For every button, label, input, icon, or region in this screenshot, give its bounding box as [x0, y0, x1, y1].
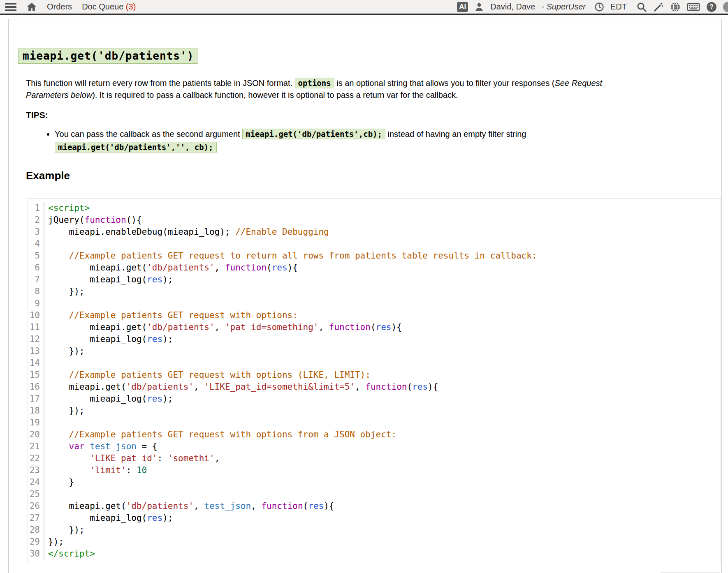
top-bar: Orders Doc Queue (3) AI David, Dave - Su…	[0, 0, 728, 15]
globe-icon[interactable]	[670, 2, 681, 12]
code-line: 13 });	[28, 345, 721, 357]
line-number: 20	[28, 429, 44, 441]
code-text: });	[44, 536, 64, 548]
user-icon	[474, 2, 484, 12]
tips-heading: TIPS:	[26, 110, 721, 120]
code-block: 1<script>2jQuery(function(){3 mieapi.ena…	[28, 198, 721, 565]
code-line: 9	[28, 298, 721, 310]
code-text: //Example patients GET request with opti…	[44, 369, 371, 381]
tips-list: You can pass the callback as the second …	[26, 127, 626, 154]
line-number: 28	[28, 524, 44, 536]
code-line: 4	[28, 238, 721, 250]
code-text: //Example patients GET request with opti…	[44, 310, 298, 321]
code-line: 30</script>	[28, 548, 721, 560]
code-line: 26 mieapi.get('db/patients', test_json, …	[28, 500, 721, 512]
code-text: 'LIKE_pat_id': 'somethi',	[44, 453, 220, 464]
wand-icon[interactable]	[653, 2, 664, 12]
code-text: }	[44, 476, 74, 488]
ai-badge[interactable]: AI	[457, 2, 468, 12]
code-text: //Example patients GET request with opti…	[44, 429, 396, 441]
edge-avatar-circle[interactable]	[723, 2, 728, 12]
code-line: 11 mieapi.get('db/patients', 'pat_id=som…	[28, 321, 721, 333]
line-number: 13	[28, 345, 44, 357]
line-number: 30	[28, 548, 44, 560]
line-number: 23	[28, 464, 44, 476]
line-number: 26	[28, 500, 44, 512]
line-number: 18	[28, 405, 44, 417]
timezone-label[interactable]: EDT	[610, 2, 627, 12]
line-number: 21	[28, 441, 44, 453]
inline-code: options	[295, 78, 334, 88]
code-line: 24 }	[28, 476, 721, 488]
code-text: 'limit': 10	[44, 464, 147, 476]
line-number: 14	[28, 357, 44, 369]
inline-code: mieapi.get('db/patients',cb);	[242, 129, 385, 139]
line-number: 24	[28, 476, 44, 488]
line-number: 7	[28, 274, 44, 286]
search-icon[interactable]	[636, 2, 647, 12]
nav-doc-queue[interactable]: Doc Queue (3)	[82, 2, 136, 12]
user-name[interactable]: David, Dave	[490, 2, 535, 12]
code-text: mieapi.get('db/patients', function(res){	[44, 262, 298, 274]
line-number: 25	[28, 488, 44, 500]
code-line: 7 mieapi_log(res);	[28, 274, 721, 286]
code-line: 25	[28, 488, 721, 500]
code-line: 1<script>	[28, 202, 721, 214]
clock-icon[interactable]	[594, 2, 604, 12]
code-line: 18 });	[28, 405, 721, 417]
code-line: 10 //Example patients GET request with o…	[28, 310, 721, 321]
code-text: </script>	[44, 548, 95, 560]
line-number: 16	[28, 381, 44, 393]
code-line: 16 mieapi.get('db/patients', 'LIKE_pat_i…	[28, 381, 721, 393]
code-line: 12 mieapi_log(res);	[28, 333, 721, 345]
code-text: mieapi_log(res);	[44, 393, 173, 405]
text-run: This function will return every row from…	[26, 79, 295, 88]
line-number: 9	[28, 298, 44, 310]
line-number: 3	[28, 226, 44, 238]
page-title: mieapi.get('db/patients')	[18, 49, 198, 64]
intro-paragraph: This function will return every row from…	[26, 77, 643, 101]
code-line: 19	[28, 417, 721, 429]
keyboard-icon[interactable]	[687, 2, 700, 12]
line-number: 5	[28, 250, 44, 262]
line-number: 8	[28, 286, 44, 298]
hamburger-menu-icon[interactable]	[5, 3, 16, 11]
code-text: });	[44, 345, 85, 357]
code-line: 20 //Example patients GET request with o…	[28, 429, 721, 441]
code-text: mieapi_log(res);	[44, 274, 173, 286]
code-line: 3 mieapi.enableDebug(mieapi_log); //Enab…	[28, 226, 721, 238]
line-number: 12	[28, 333, 44, 345]
code-text: mieapi.get('db/patients', test_json, fun…	[44, 500, 334, 512]
line-number: 17	[28, 393, 44, 405]
code-text: mieapi_log(res);	[44, 512, 173, 524]
code-line: 28 });	[28, 524, 721, 536]
line-number: 10	[28, 310, 44, 321]
line-number: 6	[28, 262, 44, 274]
code-line: 15 //Example patients GET request with o…	[28, 369, 721, 381]
content-card: mieapi.get('db/patients') This function …	[8, 19, 722, 573]
nav-orders[interactable]: Orders	[47, 2, 72, 12]
help-icon[interactable]: ?	[706, 2, 717, 12]
code-text: });	[44, 524, 85, 536]
code-text: jQuery(function(){	[44, 214, 142, 226]
code-line: 14	[28, 357, 721, 369]
home-icon[interactable]	[26, 2, 37, 12]
code-line: 6 mieapi.get('db/patients', function(res…	[28, 262, 721, 274]
code-text: });	[44, 286, 85, 298]
line-number: 11	[28, 321, 44, 333]
code-text: mieapi.get('db/patients', 'pat_id=someth…	[44, 321, 402, 333]
code-text: mieapi.enableDebug(mieapi_log); //Enable…	[44, 226, 329, 238]
code-line: 23 'limit': 10	[28, 464, 721, 476]
code-line: 22 'LIKE_pat_id': 'somethi',	[28, 453, 721, 464]
code-text: mieapi_log(res);	[44, 333, 173, 345]
code-text: var test_json = {	[44, 441, 158, 453]
line-number: 4	[28, 238, 44, 250]
code-line: 17 mieapi_log(res);	[28, 393, 721, 405]
code-line: 21 var test_json = {	[28, 441, 721, 453]
svg-text:?: ?	[709, 3, 714, 10]
line-number: 29	[28, 536, 44, 548]
example-heading: Example	[26, 169, 721, 182]
code-text: mieapi.get('db/patients', 'LIKE_pat_id=s…	[44, 381, 438, 393]
text-run: You can pass the callback as the second …	[55, 129, 242, 139]
inline-code: mieapi.get('db/patients','', cb);	[55, 142, 217, 152]
